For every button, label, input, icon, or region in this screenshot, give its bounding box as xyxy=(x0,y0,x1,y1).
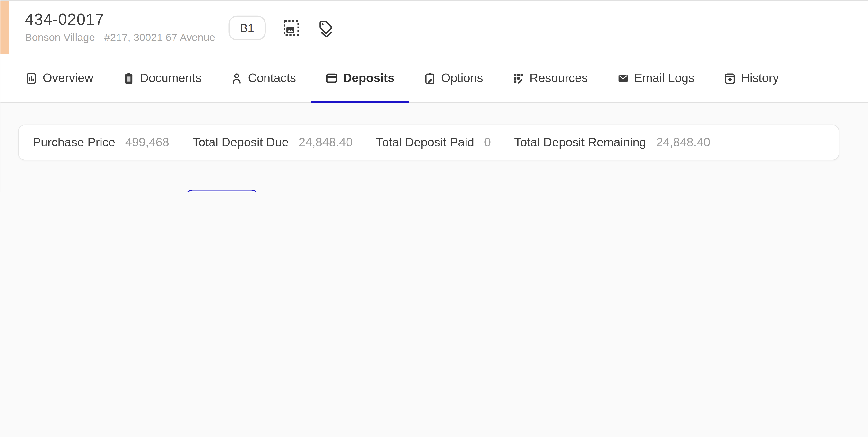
summary-value: 24,848.40 xyxy=(299,135,353,150)
tab-label: Resources xyxy=(529,71,588,85)
clipboard-edit-icon xyxy=(424,72,436,85)
purchase-deposits-section-header: Purchase Price Deposits Add xyxy=(25,190,258,192)
tab-deposits[interactable]: Deposits xyxy=(310,54,409,102)
credit-card-icon xyxy=(325,71,338,85)
image-icon[interactable] xyxy=(282,19,301,37)
unit-title-block: 434-02017 Bonson Village - #217, 30021 6… xyxy=(25,11,215,44)
tab-label: Email Logs xyxy=(634,71,694,85)
header-meta: B1 xyxy=(228,16,334,40)
summary-total-deposit-remaining: Total Deposit Remaining 24,848.40 xyxy=(514,135,710,150)
person-icon xyxy=(230,72,243,85)
summary-value: 24,848.40 xyxy=(656,135,710,150)
tab-options[interactable]: Options xyxy=(409,54,497,102)
tab-label: Contacts xyxy=(248,71,296,85)
deposit-summary-bar: Purchase Price 499,468 Total Deposit Due… xyxy=(18,125,839,160)
deposits-tab-content: Purchase Price 499,468 Total Deposit Due… xyxy=(0,103,868,192)
summary-label: Total Deposit Paid xyxy=(376,135,474,150)
summary-value: 0 xyxy=(484,135,491,150)
unit-subtitle: Bonson Village - #217, 30021 67 Avenue xyxy=(25,32,215,44)
envelope-icon xyxy=(617,72,629,85)
summary-total-deposit-due: Total Deposit Due 24,848.40 xyxy=(192,135,353,150)
summary-label: Purchase Price xyxy=(33,135,115,150)
tab-label: Overview xyxy=(42,71,93,85)
unit-header: 434-02017 Bonson Village - #217, 30021 6… xyxy=(0,1,868,54)
tab-overview[interactable]: Overview xyxy=(10,54,108,102)
chart-icon xyxy=(25,72,37,85)
top-panel: 434-02017 Bonson Village - #217, 30021 6… xyxy=(0,0,868,103)
tab-bar: Overview Documents xyxy=(0,54,868,103)
summary-purchase-price: Purchase Price 499,468 xyxy=(33,135,169,150)
tab-label: Documents xyxy=(140,71,202,85)
summary-label: Total Deposit Remaining xyxy=(514,135,646,150)
tab-label: Options xyxy=(441,71,483,85)
tab-resources[interactable]: Resources xyxy=(497,54,602,102)
status-accent-strip xyxy=(0,1,9,54)
summary-label: Total Deposit Due xyxy=(192,135,289,150)
tab-history[interactable]: History xyxy=(709,54,793,102)
summary-value: 499,468 xyxy=(125,135,169,150)
tab-contacts[interactable]: Contacts xyxy=(216,54,310,102)
unit-detail-page: 434-02017 Bonson Village - #217, 30021 6… xyxy=(0,0,868,192)
tag-icon[interactable] xyxy=(317,19,334,37)
tab-label: History xyxy=(741,71,779,85)
plan-badge[interactable]: B1 xyxy=(228,16,266,40)
tab-documents[interactable]: Documents xyxy=(108,54,216,102)
add-deposit-button[interactable]: Add xyxy=(185,190,258,192)
tab-email-logs[interactable]: Email Logs xyxy=(602,54,709,102)
summary-total-deposit-paid: Total Deposit Paid 0 xyxy=(376,135,491,150)
clipboard-icon xyxy=(122,72,135,85)
tab-label: Deposits xyxy=(343,71,395,85)
archive-icon xyxy=(723,72,736,85)
grid-edit-icon xyxy=(512,72,524,85)
page-title: 434-02017 xyxy=(25,11,215,29)
